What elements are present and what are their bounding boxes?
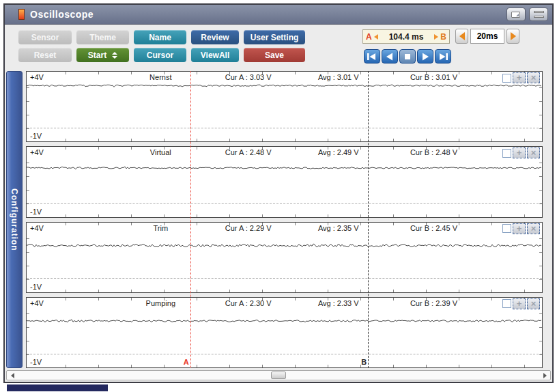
right-arrow-icon (511, 32, 516, 40)
left-arrow-icon (459, 32, 465, 40)
name-button[interactable]: Name (134, 30, 186, 44)
cursor-b-line[interactable] (368, 71, 369, 368)
cursor-a-left-arrow-icon[interactable] (374, 34, 378, 40)
tick-marks-left (27, 225, 29, 290)
average-value: Avg : 2.33 V (318, 299, 359, 307)
timebase-value: 20ms (470, 29, 504, 44)
toolbar-buttons: Sensor Theme Name Review User Setting Re… (18, 30, 305, 66)
cursor-a-tag: A (366, 32, 372, 42)
channel-select-checkbox[interactable] (502, 74, 511, 83)
toolbar-row-1: Sensor Theme Name Review User Setting (18, 30, 305, 44)
stop-icon (401, 52, 414, 61)
channel-plus-button[interactable]: + (513, 148, 526, 158)
window-title: Oscilloscope (30, 9, 94, 20)
scale-top-label: +4V (30, 148, 44, 156)
timebase-increase-button[interactable] (506, 29, 519, 44)
cursor-a-line[interactable] (190, 71, 191, 368)
scroll-left-button[interactable] (8, 372, 16, 379)
step-back-icon (384, 52, 396, 61)
average-value: Avg : 3.01 V (318, 73, 359, 81)
panel-controls: + × (502, 148, 540, 158)
title-bar: Oscilloscope (5, 5, 552, 25)
shade-window-icon (534, 11, 544, 13)
channel-select-checkbox[interactable] (502, 299, 511, 308)
stop-button[interactable] (399, 49, 416, 64)
horizontal-scrollbar[interactable] (6, 370, 551, 380)
channel-name: Pumping (146, 299, 175, 307)
panel-header: +4V Trim Cur A : 2.29 V Avg : 2.35 V Cur… (27, 224, 542, 234)
cursor-b-value: Cur B : 2.48 V (410, 148, 457, 156)
average-value: Avg : 2.49 V (318, 148, 359, 156)
scale-top-label: +4V (30, 73, 44, 81)
configuration-tab[interactable]: Configuration (6, 71, 23, 368)
tick-marks-left (27, 300, 29, 365)
channel-close-button[interactable]: × (527, 223, 540, 234)
scale-bottom-label: -1V (30, 358, 42, 366)
reset-button[interactable]: Reset (18, 48, 72, 62)
step-back-button[interactable] (382, 49, 398, 64)
tick-marks-bottom (33, 139, 542, 141)
timebase-decrease-button[interactable] (455, 29, 468, 44)
channel-close-button[interactable]: × (527, 298, 540, 309)
review-button[interactable]: Review (191, 30, 239, 44)
start-spinner-icon (112, 52, 117, 59)
zero-volt-gridline (27, 354, 542, 354)
channel-name: Virtual (150, 148, 171, 156)
channel-select-checkbox[interactable] (502, 224, 511, 233)
play-button[interactable] (417, 49, 433, 64)
toolbar: Sensor Theme Name Review User Setting Re… (5, 25, 552, 70)
skip-start-button[interactable] (364, 49, 380, 64)
sensor-button[interactable]: Sensor (18, 30, 72, 44)
cursor-button[interactable]: Cursor (134, 48, 186, 62)
zero-volt-gridline (27, 278, 542, 279)
restore-window-icon (511, 12, 520, 18)
channel-plus-button[interactable]: + (513, 223, 526, 234)
start-button-label: Start (88, 51, 106, 60)
channel-name: Trim (154, 224, 169, 232)
main-area: Configuration +4V Nernst Cur A : 3.03 V … (5, 70, 552, 369)
channel-plus-button[interactable]: + (513, 72, 526, 83)
background-window-fragment (7, 384, 108, 391)
transport-controls (364, 49, 451, 64)
panel-header: +4V Nernst Cur A : 3.03 V Avg : 3.01 V C… (27, 73, 542, 83)
oscilloscope-window: Oscilloscope Sensor Theme Name Review Us… (3, 3, 554, 383)
restore-window-button[interactable] (506, 8, 526, 21)
channel-close-button[interactable]: × (527, 148, 540, 158)
viewall-button[interactable]: ViewAll (191, 48, 239, 62)
configuration-tab-label: Configuration (10, 188, 19, 251)
skip-start-icon (366, 52, 378, 61)
skip-end-button[interactable] (435, 49, 451, 64)
panel-controls: + × (502, 72, 540, 83)
cursor-b-tag: B (440, 32, 446, 42)
channel-plus-button[interactable]: + (513, 298, 526, 309)
shade-window-button[interactable] (529, 8, 548, 21)
scrollbar-thumb[interactable] (271, 372, 286, 379)
tick-marks-bottom (33, 214, 542, 217)
cursor-a-value: Cur A : 3.03 V (225, 73, 272, 81)
toolbar-row-2: Reset Start Cursor ViewAll Save (18, 48, 305, 62)
save-button[interactable]: Save (244, 48, 305, 62)
tick-marks-right (539, 225, 542, 290)
right-arrow-icon (543, 373, 547, 378)
channel-close-button[interactable]: × (527, 72, 540, 83)
zero-volt-gridline (27, 203, 542, 204)
scroll-right-button[interactable] (541, 372, 549, 379)
cursor-a-value: Cur A : 2.30 V (225, 299, 272, 307)
channel-panel-trim: +4V Trim Cur A : 2.29 V Avg : 2.35 V Cur… (26, 222, 543, 293)
timebase-selector: 20ms (455, 29, 519, 44)
theme-button[interactable]: Theme (76, 30, 129, 44)
channel-panels: +4V Nernst Cur A : 3.03 V Avg : 3.01 V C… (26, 71, 543, 368)
cursor-b-right-arrow-icon[interactable] (434, 34, 438, 40)
panel-controls: + × (502, 298, 540, 309)
scale-bottom-label: -1V (30, 208, 42, 216)
start-button[interactable]: Start (76, 48, 129, 62)
cursor-b-value: Cur B : 2.39 V (410, 299, 457, 307)
user-setting-button[interactable]: User Setting (244, 30, 305, 44)
app-icon (18, 9, 25, 20)
channel-select-checkbox[interactable] (502, 149, 511, 158)
cursor-b-value: Cur B : 2.45 V (410, 224, 457, 232)
cursor-a-label: A (184, 358, 189, 366)
tick-marks-right (539, 300, 542, 365)
scale-bottom-label: -1V (30, 283, 42, 291)
delta-time-value: 104.4 ms (380, 32, 433, 42)
